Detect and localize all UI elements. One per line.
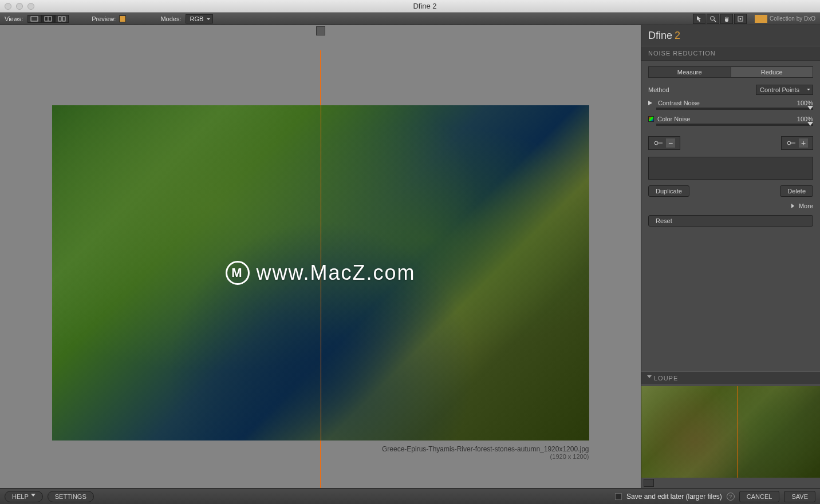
watermark-text: www.MacZ.com xyxy=(256,261,415,285)
minus-icon: − xyxy=(666,138,675,148)
settings-button[interactable]: SETTINGS xyxy=(48,491,94,502)
maximize-window-icon[interactable] xyxy=(27,3,34,10)
contrast-expand-icon[interactable] xyxy=(648,101,655,105)
minimize-window-icon[interactable] xyxy=(16,3,23,10)
method-row: Method Control Points xyxy=(648,85,813,95)
plus-icon: + xyxy=(799,138,808,148)
svg-point-11 xyxy=(787,141,791,145)
more-toggle[interactable]: More xyxy=(648,203,813,209)
slider-thumb-icon[interactable] xyxy=(807,122,813,129)
collection-label: Collection by DxO xyxy=(770,15,815,22)
dup-del-row: Duplicate Delete xyxy=(648,185,813,197)
more-arrow-icon xyxy=(791,204,797,208)
method-label: Method xyxy=(648,86,669,93)
loupe-title: LOUPE xyxy=(654,375,678,382)
loupe-header[interactable]: LOUPE xyxy=(641,371,820,384)
duplicate-button[interactable]: Duplicate xyxy=(648,185,689,197)
svg-point-9 xyxy=(655,141,658,145)
delete-button[interactable]: Delete xyxy=(780,185,813,197)
control-point-icon xyxy=(786,140,797,146)
modes-label: Modes: xyxy=(160,15,181,22)
tab-reduce[interactable]: Reduce xyxy=(731,66,814,78)
preview-label: Preview: xyxy=(92,15,116,22)
tab-measure[interactable]: Measure xyxy=(648,66,731,78)
svg-point-8 xyxy=(739,18,741,19)
remove-control-point-button[interactable]: − xyxy=(648,136,680,150)
top-toolbar: Views: Preview: Modes: RGB Collection by… xyxy=(0,13,820,25)
main-layout: M www.MacZ.com Greece-Epirus-Thyamis-Riv… xyxy=(0,25,820,488)
svg-line-6 xyxy=(714,20,716,22)
save-options: Save and edit later (larger files) ? CAN… xyxy=(615,491,815,502)
save-later-checkbox[interactable] xyxy=(615,493,622,500)
control-point-list[interactable] xyxy=(648,157,813,180)
hand-tool-icon[interactable] xyxy=(720,14,733,24)
mode-tabs: Measure Reduce xyxy=(648,66,813,78)
background-tool-icon[interactable] xyxy=(734,14,747,24)
more-label: More xyxy=(799,203,813,209)
dropdown-arrow-icon xyxy=(31,494,36,499)
traffic-lights xyxy=(5,3,34,10)
window-title: Dfine 2 xyxy=(34,2,815,10)
pointer-tool-icon[interactable] xyxy=(693,14,705,24)
loupe-collapse-icon xyxy=(647,375,652,380)
watermark: M www.MacZ.com xyxy=(225,261,415,285)
cancel-button[interactable]: CANCEL xyxy=(739,491,780,502)
bottom-bar: HELP SETTINGS Save and edit later (large… xyxy=(0,488,820,504)
contrast-slider[interactable] xyxy=(656,108,813,110)
color-label: Color Noise xyxy=(657,116,690,122)
title-bar: Dfine 2 xyxy=(0,0,820,13)
save-button[interactable]: SAVE xyxy=(784,491,815,502)
contrast-noise-row: Contrast Noise 100% xyxy=(648,100,813,106)
svg-rect-0 xyxy=(31,17,38,21)
views-label: Views: xyxy=(5,15,23,22)
loupe-pin-button[interactable] xyxy=(644,479,654,487)
save-later-label: Save and edit later (larger files) xyxy=(626,493,722,501)
panel-spacer xyxy=(641,232,820,371)
panel-body: Measure Reduce Method Control Points Con… xyxy=(641,61,820,232)
preview-image[interactable]: M www.MacZ.com xyxy=(52,105,589,440)
info-icon[interactable]: ? xyxy=(727,493,735,501)
close-window-icon[interactable] xyxy=(5,3,11,10)
control-point-icon xyxy=(653,140,664,146)
split-anchor-icon[interactable] xyxy=(316,26,325,35)
zoom-tool-icon[interactable] xyxy=(707,14,719,24)
loupe-split-line xyxy=(738,386,738,478)
reset-button[interactable]: Reset xyxy=(648,215,813,227)
color-noise-row: Color Noise 100% xyxy=(648,116,813,122)
view-side-by-side-button[interactable] xyxy=(55,15,69,23)
toolbar-right-tools xyxy=(693,14,747,24)
noise-reduction-header: NOISE REDUCTION xyxy=(641,46,820,61)
method-select[interactable]: Control Points xyxy=(756,85,813,95)
svg-rect-4 xyxy=(62,17,65,21)
brand-logo: Collection by DxO xyxy=(755,15,815,23)
side-panel: Dfine2 NOISE REDUCTION Measure Reduce Me… xyxy=(641,25,820,488)
canvas-area: M www.MacZ.com Greece-Epirus-Thyamis-Riv… xyxy=(0,25,641,488)
control-point-buttons: − + xyxy=(648,136,813,150)
svg-point-5 xyxy=(710,16,714,20)
preview-toggle: Preview: xyxy=(92,15,126,22)
modes-select[interactable]: RGB xyxy=(186,14,213,23)
help-button[interactable]: HELP xyxy=(5,491,43,502)
color-slider[interactable] xyxy=(656,124,813,126)
nik-badge-icon xyxy=(755,15,767,23)
view-mode-buttons xyxy=(27,15,69,23)
preview-checkbox[interactable] xyxy=(119,15,126,22)
loupe-preview[interactable] xyxy=(641,386,820,478)
watermark-logo-icon: M xyxy=(225,261,249,285)
reset-row: Reset xyxy=(648,215,813,227)
add-control-point-button[interactable]: + xyxy=(781,136,813,150)
svg-rect-3 xyxy=(58,17,61,21)
slider-thumb-icon[interactable] xyxy=(807,106,813,113)
color-swatch-icon[interactable] xyxy=(648,116,654,122)
modes-wrap: Modes: RGB xyxy=(160,14,213,23)
loupe-footer xyxy=(641,478,820,488)
panel-brand: Dfine2 xyxy=(641,25,820,46)
contrast-label: Contrast Noise xyxy=(658,100,700,106)
view-split-button[interactable] xyxy=(41,15,55,23)
view-single-button[interactable] xyxy=(27,15,41,23)
